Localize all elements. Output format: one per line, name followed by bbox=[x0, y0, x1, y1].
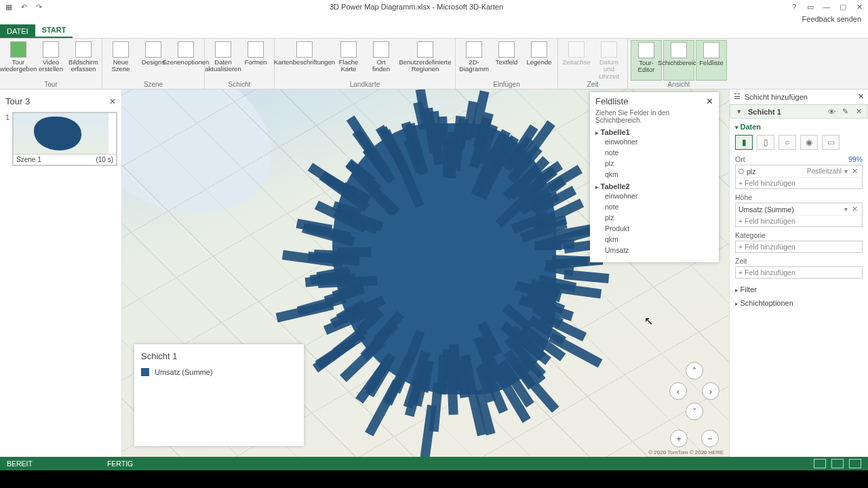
field-item[interactable]: plz bbox=[595, 158, 713, 169]
ribbon-group-scene: NeueSzene Designs Szenenoptionen Szene bbox=[102, 39, 205, 89]
close-icon[interactable]: ✕ bbox=[854, 2, 864, 12]
table1-header[interactable]: Tabelle1 bbox=[595, 128, 713, 136]
field-item[interactable]: qkm bbox=[595, 234, 713, 245]
add-location-field[interactable]: Feld hinzufügen bbox=[736, 178, 862, 188]
view-icon[interactable] bbox=[814, 459, 826, 468]
custom-regions-button[interactable]: BenutzerdefinierteRegionen bbox=[398, 40, 452, 81]
status-done: FERTIG bbox=[107, 460, 133, 468]
layer-pane: ☱ Schicht hinzufügen ✕ ▾ Schicht 1 👁 ✎ ✕… bbox=[729, 89, 868, 457]
viz-stacked-column[interactable]: ▮ bbox=[735, 135, 753, 150]
viz-clustered-column[interactable]: ▯ bbox=[757, 135, 774, 150]
fieldlist-close-icon[interactable]: ✕ bbox=[706, 96, 713, 106]
ribbon-options-icon[interactable]: ▭ bbox=[806, 2, 815, 12]
view-icon[interactable] bbox=[831, 459, 844, 468]
section-filter[interactable]: Filter bbox=[730, 283, 868, 296]
section-data[interactable]: Daten bbox=[735, 123, 863, 131]
flat-map-button[interactable]: FlacheKarte bbox=[333, 40, 364, 81]
chevron-down-icon: ▾ bbox=[734, 107, 744, 116]
ribbon-group-layer: Datenaktualisieren Formen Schicht bbox=[205, 39, 275, 89]
height-label: Höhe bbox=[735, 193, 752, 201]
legend-title: Schicht 1 bbox=[141, 351, 297, 361]
add-time-field[interactable]: Feld hinzufügen bbox=[736, 267, 862, 278]
field-item[interactable]: plz bbox=[595, 212, 713, 223]
table2-header[interactable]: Tabelle2 bbox=[595, 182, 713, 190]
layer-pane-toggle[interactable]: Schichtbereich bbox=[663, 40, 694, 81]
add-height-field[interactable]: Feld hinzufügen bbox=[736, 216, 862, 226]
timeline-button: Zeitachse bbox=[561, 40, 592, 81]
window-title: 3D Power Map Diagramm.xlsx - Microsoft 3… bbox=[43, 3, 789, 11]
capture-screen-button[interactable]: Bildschirmerfassen bbox=[68, 40, 99, 81]
edit-icon[interactable]: ✎ bbox=[840, 107, 850, 116]
status-bar: BEREIT FERTIG bbox=[0, 457, 868, 470]
legend-button[interactable]: Legende bbox=[524, 40, 555, 81]
tilt-up-button[interactable]: ˄ bbox=[686, 362, 703, 380]
viz-heatmap[interactable]: ◉ bbox=[800, 135, 818, 150]
tab-start[interactable]: START bbox=[35, 23, 73, 38]
add-layer-button[interactable]: ☱ Schicht hinzufügen bbox=[734, 92, 858, 101]
view-icon[interactable] bbox=[849, 459, 861, 468]
category-label: Kategorie bbox=[735, 231, 766, 239]
rotate-right-button[interactable]: › bbox=[702, 382, 719, 400]
visibility-icon[interactable]: 👁 bbox=[827, 108, 836, 116]
field-item[interactable]: einwohner bbox=[595, 190, 713, 201]
ribbon-group-time: Zeitachse Datum undUhrzeit Zeit bbox=[558, 39, 628, 89]
tilt-down-button[interactable]: ˅ bbox=[686, 403, 703, 420]
field-item[interactable]: Umsatz bbox=[595, 245, 713, 256]
feedback-link[interactable]: Feedback senden bbox=[0, 14, 868, 23]
refresh-data-button[interactable]: Datenaktualisieren bbox=[208, 40, 239, 81]
rotate-left-button[interactable]: ‹ bbox=[669, 382, 687, 400]
geocode-pct[interactable]: 99% bbox=[848, 155, 863, 163]
map-canvas[interactable]: Schicht 1 Umsatz (Summe) ˄ ‹ › ˅ + − © 2… bbox=[122, 89, 729, 457]
minimize-icon[interactable]: — bbox=[822, 2, 831, 12]
shapes-button[interactable]: Formen bbox=[240, 40, 271, 81]
map-labels-button[interactable]: Kartenbeschriftungen bbox=[277, 40, 332, 81]
location-label: Ort bbox=[735, 155, 745, 163]
height-fieldbox: Umsatz (Summe) ▾ ✕ Feld hinzufügen bbox=[735, 203, 863, 227]
location-field[interactable]: plz Postleitzahl ▾ ✕ bbox=[736, 165, 862, 178]
category-fieldbox: Feld hinzufügen bbox=[735, 241, 863, 253]
field-item[interactable]: note bbox=[595, 201, 713, 212]
data-visualization bbox=[292, 89, 604, 435]
height-field[interactable]: Umsatz (Summe) ▾ ✕ bbox=[736, 203, 862, 216]
field-item[interactable]: note bbox=[595, 147, 713, 158]
scene-thumbnail[interactable]: 1 Szene 1 (10 s) bbox=[12, 112, 117, 166]
scene-options-button[interactable]: Szenenoptionen bbox=[170, 40, 201, 81]
section-layer-options[interactable]: Schichtoptionen bbox=[730, 296, 868, 310]
location-fieldbox: plz Postleitzahl ▾ ✕ Feld hinzufügen bbox=[735, 165, 863, 189]
fieldlist-toggle[interactable]: Feldliste bbox=[696, 40, 727, 81]
remove-field-icon[interactable]: ✕ bbox=[850, 205, 859, 214]
title-bar: ▦ ↶ ↷ 3D Power Map Diagramm.xlsx - Micro… bbox=[0, 0, 868, 14]
undo-icon[interactable]: ↶ bbox=[19, 2, 28, 12]
status-ready: BEREIT bbox=[7, 460, 33, 468]
viz-bubble[interactable]: ○ bbox=[778, 135, 796, 150]
field-item[interactable]: qkm bbox=[595, 169, 713, 180]
map-legend[interactable]: Schicht 1 Umsatz (Summe) bbox=[134, 344, 304, 446]
2d-chart-button[interactable]: 2D-Diagramm bbox=[458, 40, 490, 81]
play-tour-button[interactable]: Tourwiedergeben bbox=[3, 40, 34, 81]
create-video-button[interactable]: Videoerstellen bbox=[35, 40, 66, 81]
help-icon[interactable]: ? bbox=[789, 2, 799, 12]
map-nav: ˄ ‹ › ˅ + − bbox=[669, 362, 719, 447]
remove-field-icon[interactable]: ✕ bbox=[850, 167, 859, 176]
redo-icon[interactable]: ↷ bbox=[34, 2, 43, 12]
layer-header[interactable]: ▾ Schicht 1 👁 ✎ ✕ bbox=[730, 104, 868, 119]
find-location-button[interactable]: Ortfinden bbox=[366, 40, 397, 81]
field-item[interactable]: Produkt bbox=[595, 223, 713, 234]
new-scene-button[interactable]: NeueSzene bbox=[105, 40, 136, 81]
zoom-in-button[interactable]: + bbox=[670, 430, 688, 447]
tour-editor-pane: Tour 3 ✕ 1 Szene 1 (10 s) bbox=[0, 89, 122, 457]
textbox-button[interactable]: Textfeld bbox=[491, 40, 522, 81]
fieldlist-panel[interactable]: Feldliste ✕ Ziehen Sie Felder in den Sch… bbox=[590, 92, 719, 262]
zoom-out-button[interactable]: − bbox=[701, 430, 719, 447]
maximize-icon[interactable]: ▢ bbox=[838, 2, 848, 12]
legend-swatch bbox=[141, 368, 149, 376]
layer-pane-close-icon[interactable]: ✕ bbox=[858, 92, 864, 101]
add-category-field[interactable]: Feld hinzufügen bbox=[736, 241, 862, 252]
close-tour-pane-icon[interactable]: ✕ bbox=[109, 97, 116, 106]
chevron-down-icon: ▾ bbox=[844, 167, 848, 175]
delete-layer-icon[interactable]: ✕ bbox=[854, 107, 863, 116]
viz-region[interactable]: ▭ bbox=[822, 135, 840, 150]
map-attribution: © 2020 TomTom © 2020 HERE bbox=[648, 449, 724, 455]
field-item[interactable]: einwohner bbox=[595, 136, 713, 147]
tab-file[interactable]: DATEI bbox=[0, 24, 35, 38]
